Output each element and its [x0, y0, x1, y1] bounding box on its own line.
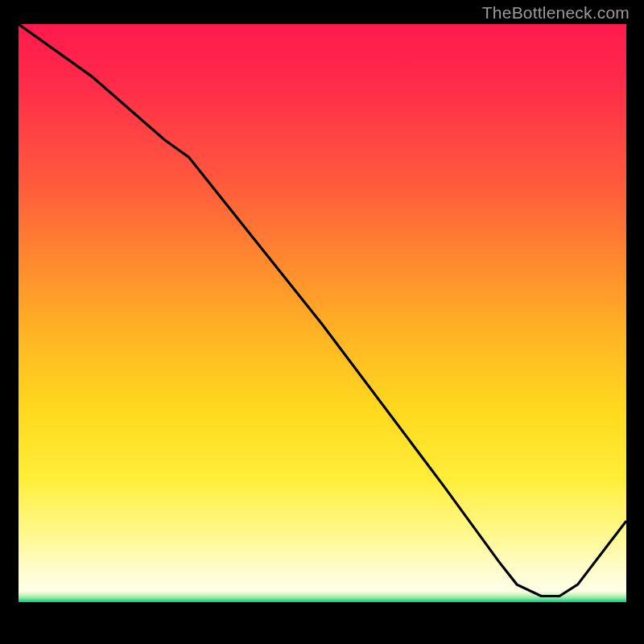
curve-path	[19, 24, 626, 597]
chart-frame: TheBottleneck.com	[0, 0, 644, 644]
plot-area	[19, 24, 626, 625]
attribution-text: TheBottleneck.com	[482, 3, 630, 23]
main-curve	[19, 24, 626, 625]
